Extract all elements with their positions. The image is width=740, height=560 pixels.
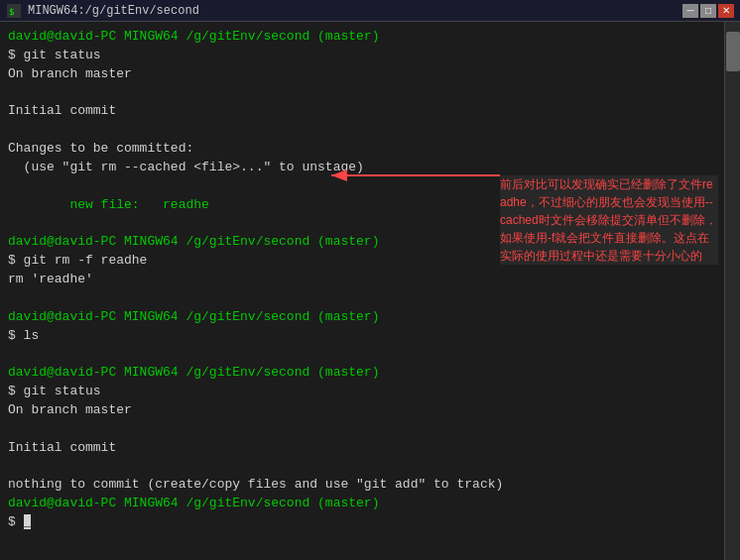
terminal-line: $ ls — [8, 327, 716, 346]
terminal-line: Initial commit — [8, 102, 716, 121]
title-bar-title: MINGW64:/g/gitEnv/second — [28, 4, 199, 18]
terminal-line: $ git status — [8, 383, 716, 401]
annotation-text: 前后对比可以发现确实已经删除了文件readhe，不过细心的朋友也会发现当使用--… — [500, 175, 718, 265]
terminal-line: On branch master — [8, 65, 716, 84]
close-button[interactable]: ✕ — [718, 4, 734, 18]
terminal-line: david@david-PC MINGW64 /g/gitEnv/second … — [8, 308, 716, 327]
maximize-button[interactable]: □ — [700, 4, 716, 18]
terminal-line — [8, 457, 716, 476]
minimize-button[interactable]: ─ — [682, 4, 698, 18]
terminal-content[interactable]: david@david-PC MINGW64 /g/gitEnv/second … — [0, 22, 724, 560]
svg-text:$: $ — [9, 7, 14, 17]
terminal-line: rm 'readhe' — [8, 271, 716, 289]
terminal-line: Initial commit — [8, 439, 716, 458]
terminal-line: $ git status — [8, 47, 716, 65]
title-bar-left: $ MINGW64:/g/gitEnv/second — [6, 3, 199, 19]
terminal-window: david@david-PC MINGW64 /g/gitEnv/second … — [0, 22, 740, 560]
terminal-line: On branch master — [8, 401, 716, 420]
terminal-line — [8, 84, 716, 103]
annotation-box: 前后对比可以发现确实已经删除了文件readhe，不过细心的朋友也会发现当使用--… — [500, 175, 718, 265]
terminal-line: david@david-PC MINGW64 /g/gitEnv/second … — [8, 28, 716, 47]
terminal-line: david@david-PC MINGW64 /g/gitEnv/second … — [8, 364, 716, 383]
terminal-line: Changes to be committed: — [8, 140, 716, 159]
scrollbar[interactable] — [724, 22, 740, 560]
terminal-line: nothing to commit (create/copy files and… — [8, 476, 716, 495]
terminal-line — [8, 121, 716, 140]
terminal-icon: $ — [6, 3, 22, 19]
title-bar-controls: ─ □ ✕ — [682, 4, 734, 18]
title-bar: $ MINGW64:/g/gitEnv/second ─ □ ✕ — [0, 0, 740, 22]
terminal-line: david@david-PC MINGW64 /g/gitEnv/second … — [8, 495, 716, 513]
terminal-cursor-line: $ _ — [8, 513, 716, 532]
terminal-line — [8, 289, 716, 308]
terminal-line — [8, 345, 716, 364]
terminal-line: (use "git rm --cached <file>..." to unst… — [8, 159, 716, 177]
terminal-line — [8, 420, 716, 439]
scrollbar-thumb[interactable] — [726, 32, 740, 71]
